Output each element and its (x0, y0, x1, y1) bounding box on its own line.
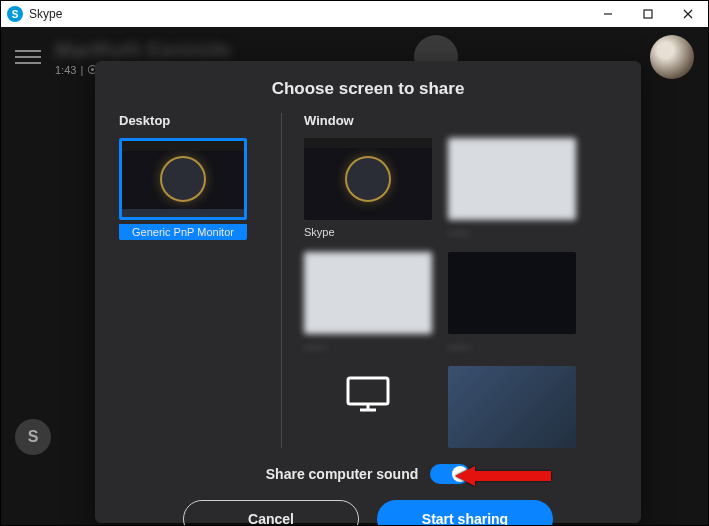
desktop-column: Desktop Generic PnP Monitor (119, 113, 281, 448)
window-thumbnail (448, 366, 576, 448)
window-caption: —— (304, 338, 432, 354)
window-option-skype[interactable]: Skype (304, 138, 432, 240)
window-thumbnail (304, 252, 432, 334)
desktop-thumbnail (119, 138, 247, 220)
window-heading: Window (304, 113, 617, 128)
desktop-heading: Desktop (119, 113, 281, 128)
window-title: Skype (29, 7, 62, 21)
dialog-title: Choose screen to share (119, 79, 617, 99)
minimize-button[interactable] (588, 1, 628, 27)
contact-name: MariRuth Eaninide (55, 39, 231, 62)
monitor-icon (336, 370, 400, 418)
skype-logo-icon: S (7, 6, 23, 22)
cancel-label: Cancel (248, 511, 294, 526)
share-sound-row: Share computer sound (119, 464, 617, 484)
window-option-outline[interactable] (304, 366, 432, 448)
user-avatar[interactable] (650, 35, 694, 79)
self-pip[interactable]: S (15, 419, 51, 455)
self-initial: S (28, 428, 39, 446)
window-option-desktop[interactable] (448, 366, 576, 448)
window-thumbnail (304, 138, 432, 220)
window-column: Window Skype —— —— (281, 113, 617, 448)
svg-rect-4 (348, 378, 388, 404)
window-caption: —— (448, 224, 576, 240)
dialog-buttons: Cancel Start sharing (119, 500, 617, 526)
cancel-button[interactable]: Cancel (183, 500, 359, 526)
annotation-arrow (455, 464, 555, 492)
window-caption: —— (448, 338, 576, 354)
separator: | (80, 64, 83, 76)
call-duration: 1:43 (55, 64, 76, 76)
app-body: MariRuth Eaninide 1:43 | ⦿ S 🎤 🎥 💬Chat ▭… (1, 27, 708, 525)
start-sharing-button[interactable]: Start sharing (377, 500, 553, 526)
window-option[interactable]: —— (304, 252, 432, 354)
maximize-button[interactable] (628, 1, 668, 27)
window-option[interactable]: —— (448, 252, 576, 354)
window-thumbnail (448, 252, 576, 334)
start-label: Start sharing (422, 511, 508, 526)
window-caption: Skype (304, 224, 432, 240)
close-button[interactable] (668, 1, 708, 27)
svg-rect-1 (644, 10, 652, 18)
desktop-option[interactable]: Generic PnP Monitor (119, 138, 281, 240)
window-controls (588, 1, 708, 27)
window-thumbnail (448, 138, 576, 220)
desktop-caption: Generic PnP Monitor (119, 224, 247, 240)
menu-button[interactable] (15, 44, 41, 70)
share-screen-dialog: Choose screen to share Desktop Generic P… (95, 61, 641, 523)
share-sound-label: Share computer sound (266, 466, 418, 482)
window-option[interactable]: —— (448, 138, 576, 240)
window-titlebar: S Skype (1, 1, 708, 27)
svg-marker-7 (455, 466, 551, 486)
